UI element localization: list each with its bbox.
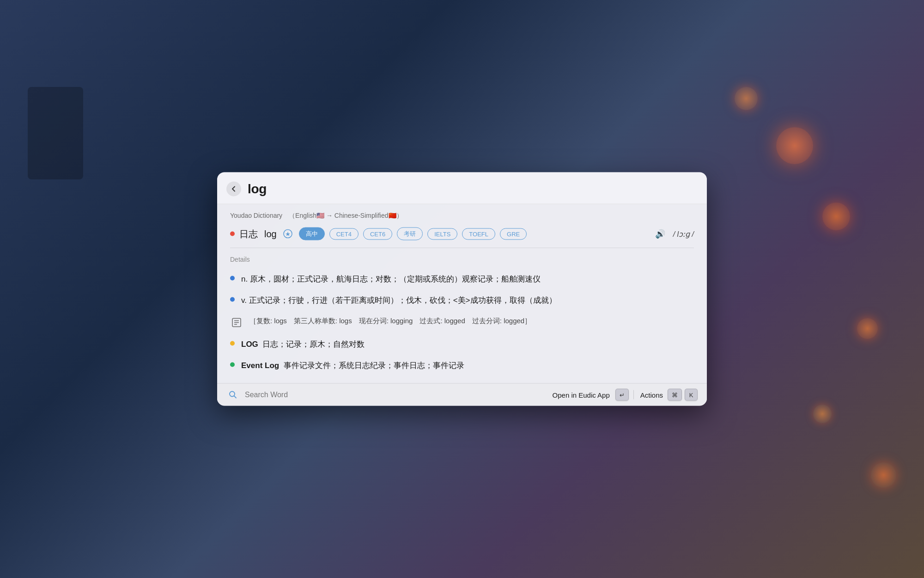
footer-divider xyxy=(633,390,634,400)
lantern-decoration xyxy=(871,462,896,488)
tag-CET6[interactable]: CET6 xyxy=(363,228,392,240)
search-icon xyxy=(226,388,239,401)
grammar-icon xyxy=(230,316,243,329)
definition-row-4: Event Log 事件记录文件；系统日志纪录；事件日志；事件记录 xyxy=(230,355,694,376)
tag-高中[interactable]: 高中 xyxy=(299,228,325,240)
lamp-post xyxy=(28,87,83,179)
tag-GRE[interactable]: GRE xyxy=(500,228,527,240)
lantern-decoration xyxy=(857,318,878,339)
def-bullet-2 xyxy=(230,297,235,301)
details-label: Details xyxy=(230,252,694,269)
lantern-decoration xyxy=(776,127,813,164)
dictionary-dialog: log Youdao Dictionary （English🇺🇸 → Chine… xyxy=(217,172,707,406)
definition-row-1: n. 原木，圆材；正式记录，航海日志；对数；（定期或系统的）观察记录；船舶测速仪 xyxy=(230,269,694,290)
word-english: log xyxy=(264,228,277,239)
tag-考研[interactable]: 考研 xyxy=(397,228,423,240)
dialog-footer: Open in Eudic App ↵ Actions ⌘ K xyxy=(217,383,707,406)
tag-CET4[interactable]: CET4 xyxy=(329,228,359,240)
dialog-content: Youdao Dictionary （English🇺🇸 → Chinese-S… xyxy=(217,204,707,383)
pronunciation: / lɔːɡ / xyxy=(673,229,694,238)
grammar-text: ［复数: logs 第三人称单数: logs 现在分词: logging 过去式… xyxy=(249,315,694,326)
dialog-header: log xyxy=(217,172,707,204)
open-eudic-button[interactable]: Open in Eudic App xyxy=(550,391,613,399)
section-separator xyxy=(230,248,694,248)
k-key-button[interactable]: K xyxy=(685,389,698,401)
search-input[interactable] xyxy=(245,391,544,399)
def-text-3: LOG 日志；记录；原木；自然对数 xyxy=(241,338,694,350)
cmd-key-button[interactable]: ⌘ xyxy=(668,389,682,401)
grammar-row: ［复数: logs 第三人称单数: logs 现在分词: logging 过去式… xyxy=(230,311,694,334)
def-bullet-3 xyxy=(230,341,235,346)
speaker-icon[interactable]: 🔊 xyxy=(654,228,667,240)
footer-actions: Open in Eudic App ↵ Actions ⌘ K xyxy=(550,389,698,401)
tag-IELTS[interactable]: IELTS xyxy=(427,228,457,240)
definition-row-3: LOG 日志；记录；原木；自然对数 xyxy=(230,334,694,355)
definition-row-2: v. 正式记录；行驶，行进（若干距离或时间）；伐木，砍伐；<美>成功获得，取得（… xyxy=(230,289,694,311)
back-button[interactable] xyxy=(226,182,241,197)
star-icon[interactable] xyxy=(281,228,294,240)
source-header: Youdao Dictionary （English🇺🇸 → Chinese-S… xyxy=(230,204,694,226)
svg-line-6 xyxy=(234,396,237,398)
lantern-decoration xyxy=(822,203,850,230)
def-text-4: Event Log 事件记录文件；系统日志纪录；事件日志；事件记录 xyxy=(241,359,694,371)
lantern-decoration xyxy=(735,87,758,110)
def-text-1: n. 原木，圆材；正式记录，航海日志；对数；（定期或系统的）观察记录；船舶测速仪 xyxy=(241,273,694,285)
word-chinese: 日志 xyxy=(239,228,258,240)
page-title: log xyxy=(248,182,267,197)
lantern-decoration xyxy=(813,405,832,423)
word-row: 日志 log 高中 CET4 CET6 考研 IELTS TOEFL GRE 🔊… xyxy=(230,226,694,248)
actions-button[interactable]: Actions xyxy=(638,391,665,399)
def-bullet-4 xyxy=(230,362,235,367)
def-text-2: v. 正式记录；行驶，行进（若干距离或时间）；伐木，砍伐；<美>成功获得，取得（… xyxy=(241,294,694,306)
enter-key-button[interactable]: ↵ xyxy=(615,389,629,401)
def-bullet-1 xyxy=(230,276,235,281)
word-dot xyxy=(230,232,235,236)
tag-TOEFL[interactable]: TOEFL xyxy=(462,228,495,240)
